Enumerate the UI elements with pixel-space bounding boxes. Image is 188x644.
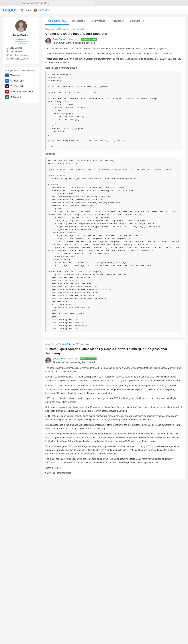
output-label-perl: It outputs: (45, 152, 182, 156)
spam-badge-perl: Selected as spam (81, 38, 97, 40)
community-item-desmog[interactable]: D DeSmogBlog (5, 95, 37, 99)
climate-para-11: tinyurl [dot] com/learnmore4 (45, 471, 182, 475)
source-link-perl[interactable]: Perl Maven (59, 28, 69, 30)
browser-chrome: ← → ↻ ⌂ disqus.com/by/ncdave4life/ (0, 0, 188, 6)
communities-list: T Telegraph C Climate Depot D The Daily … (5, 74, 37, 99)
community-item-daily-wire[interactable]: D The Daily Wire (5, 84, 37, 88)
community-icon-desmog: D (5, 95, 9, 99)
home-icon: 🏠 (21, 9, 24, 12)
communities-title: FREQUENTED COMMUNITIES (5, 70, 37, 72)
comment-body-climate: The case Shellenberger makes is severely… (45, 366, 182, 475)
comment-author-climate[interactable]: Dave Burton (53, 358, 66, 360)
discussion-source-climate: Discussion on The Daily Wire — 758 comme… (45, 343, 182, 345)
comment-avatar-perl (45, 38, 51, 44)
page-container: Dave Burton Edit Profile @ncdave4life ▲ … (0, 14, 188, 492)
community-icon-daily-wire: D (5, 84, 9, 88)
comment-author-perl[interactable]: Dave Burton (53, 38, 66, 40)
community-icon-climate-depot: C (5, 79, 9, 82)
profile-section: Dave Burton Edit Profile @ncdave4life ▲ … (3, 17, 39, 64)
tabs-bar: Comments 2137 Discussions Recommends Fol… (42, 17, 185, 25)
tab-followers[interactable]: Followers 32 (108, 17, 127, 25)
source-link-climate[interactable]: The Daily Wire (58, 343, 71, 345)
upvote-icon: ▲ (6, 46, 9, 49)
climate-para-7: Another consequence is a dramatic reduct… (45, 432, 182, 443)
svg-point-1 (19, 22, 23, 27)
header-navigation: 🏠 Home 🔔 Notifications (21, 8, 51, 12)
climate-para-10: Learn more here: (45, 466, 182, 470)
comment-meta-perl: Dave Burton 18 hours ago Selected as spa… (53, 38, 182, 40)
comment-meta-climate: Dave Burton 22 days ago Selected as spam (53, 358, 182, 360)
comment-content-perl: Dave Burton 18 hours ago Selected as spa… (53, 38, 182, 44)
comment-intro-climate: Thanks, we'll work on getting this corre… (53, 361, 182, 364)
climate-para-6: One consequence is the dramatic, well-do… (45, 423, 182, 430)
climate-para-3: 1500 ppm is estimated to have been the a… (45, 396, 182, 404)
climate-para-0: The case Shellenberger makes is severely… (45, 366, 182, 374)
community-icon-telegraph: T (5, 74, 9, 77)
location-icon: 📍 (6, 50, 9, 53)
code-block-perl-2: Perl version 5.024000 = v5.24.0 on Windo… (45, 157, 182, 332)
climate-para-9: The major benefits if rising CO2 levels … (45, 457, 182, 465)
comment-row-perl: Dave Burton 18 hours ago Selected as spa… (45, 38, 182, 44)
svg-point-7 (47, 358, 49, 361)
code-block-perl-1: #!/usr/bin/env perl use strict; use warn… (45, 71, 182, 150)
comment-body-perl: ...the Input Record Separator... the $/ … (45, 47, 182, 70)
community-name-telegraph: Telegraph (10, 74, 20, 76)
profile-handle: @ncdave4life (6, 42, 36, 44)
page-footer (42, 482, 185, 490)
forward-button[interactable]: → (7, 1, 11, 5)
climate-para-8: Without anthropogenic CO2, worldwide agr… (45, 444, 182, 456)
discussion-card-perl: Discussion on Perl Maven — 0 comments Ch… (42, 25, 185, 337)
comment-time-perl: 18 hours ago (67, 38, 79, 40)
community-name-daily-wire: The Daily Wire (10, 85, 25, 88)
site-logo[interactable]: DISQUS (3, 8, 17, 12)
discussion-title-perl: Chomp and $/, the Input Record Separator (45, 32, 182, 36)
sidebar: Dave Burton Edit Profile @ncdave4life ▲ … (3, 17, 39, 490)
climate-para-5: eCO2 not only improves plant growth, it … (45, 414, 182, 422)
main-content: Comments 2137 Discussions Recommends Fol… (42, 17, 185, 490)
community-name-breitbart: Breitbart News Network (10, 90, 33, 93)
tab-recommends[interactable]: Recommends (88, 17, 108, 25)
notification-icon: 🔔 (34, 8, 37, 12)
community-item-breitbart[interactable]: B Breitbart News Network (5, 90, 37, 94)
site-header: DISQUS 🏠 Home 🔔 Notifications (0, 6, 188, 14)
joined-stat: 📅 Joined Jan 23, 2010 (6, 58, 36, 60)
back-button[interactable]: ← (2, 1, 6, 5)
discussion-title-climate: Climate Expert Shreds Claims Made By Oca… (45, 347, 182, 355)
svg-point-4 (47, 39, 49, 41)
edit-profile-button[interactable]: Edit Profile (14, 38, 28, 42)
communities-section: FREQUENTED COMMUNITIES T Telegraph C Cli… (3, 67, 39, 103)
comment-intro-perl: Thanks, we'll work on getting this corre… (53, 41, 182, 44)
climate-para-4: Unfortunately, resource constraints and … (45, 405, 182, 413)
location-stat: 📍 Cary, NC USA (6, 50, 36, 53)
community-item-climate-depot[interactable]: C Climate Depot (5, 79, 37, 82)
nav-notifications[interactable]: 🔔 Notifications (34, 8, 51, 12)
tab-following[interactable]: Following 48 (127, 17, 147, 25)
link-icon: 🔗 (6, 54, 9, 56)
website-stat[interactable]: 🔗 http://daveburton.wor... (6, 54, 36, 56)
community-name-climate-depot: Climate Depot (10, 80, 24, 82)
discussion-card-climate: Discussion on The Daily Wire — 758 comme… (42, 340, 185, 479)
comment-content-climate: Dave Burton 22 days ago Selected as spam… (53, 358, 182, 364)
home-button[interactable]: ⌂ (16, 1, 20, 5)
tab-comments[interactable]: Comments 2137 (45, 17, 69, 25)
profile-stats: ▲ 1413 Upvotes 📍 Cary, NC USA 🔗 http://d… (6, 46, 36, 60)
community-name-desmog: DeSmogBlog (10, 96, 23, 98)
reload-button[interactable]: ↻ (12, 1, 15, 5)
community-item-telegraph[interactable]: T Telegraph (5, 74, 37, 77)
climate-para-1: Human CO2 emissions have INCREASED crop … (45, 375, 182, 382)
avatar (15, 20, 27, 32)
browser-nav-buttons[interactable]: ← → ↻ ⌂ (2, 1, 20, 5)
upvotes-stat: ▲ 1413 Upvotes (6, 46, 36, 49)
climate-para-2: Outdoor CO2 levels have risen over the l… (45, 384, 182, 395)
spam-badge-climate: Selected as spam (80, 358, 97, 360)
comment-time-climate: 22 days ago (67, 358, 78, 360)
url-bar[interactable]: disqus.com/by/ncdave4life/ (22, 1, 94, 5)
calendar-icon: 📅 (6, 58, 9, 60)
discussion-source-perl: Discussion on Perl Maven — 0 comments (45, 28, 182, 30)
profile-name: Dave Burton (6, 34, 36, 37)
tab-discussions[interactable]: Discussions (69, 17, 87, 25)
nav-home[interactable]: 🏠 Home (21, 9, 31, 12)
comment-row-climate: Dave Burton 22 days ago Selected as spam… (45, 358, 182, 364)
comment-avatar-climate (45, 358, 51, 363)
community-icon-breitbart: B (5, 90, 9, 94)
